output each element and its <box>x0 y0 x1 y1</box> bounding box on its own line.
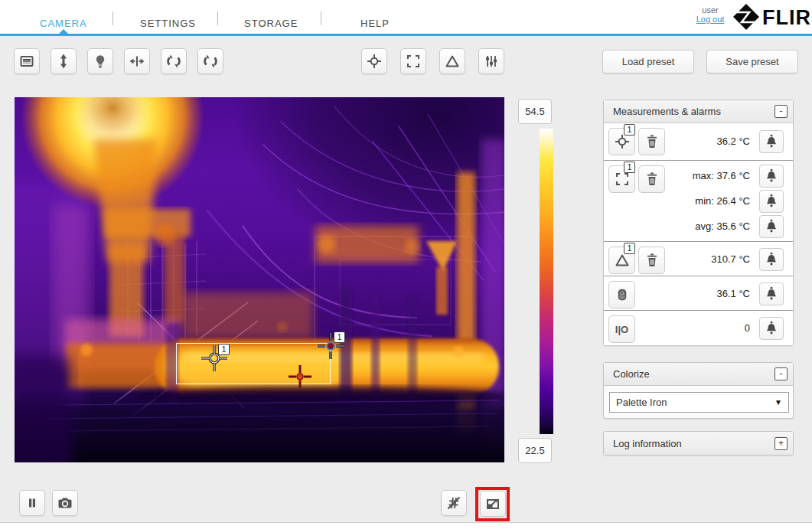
lamp-icon <box>91 52 109 70</box>
collapse-button[interactable]: - <box>774 367 788 380</box>
delta-marker-badge: 1 <box>334 331 345 343</box>
palette-select-value: Palette Iron <box>616 397 667 408</box>
horizontal-pan-icon <box>128 52 146 70</box>
sliders-icon <box>482 52 501 70</box>
box-avg-value: avg: 35.6 °C <box>695 220 750 232</box>
colorize-panel-title: Colorize <box>613 368 650 380</box>
alarm-bell-icon <box>762 132 781 151</box>
hide-overlay-icon <box>445 494 463 512</box>
delta-count-badge: 1 <box>624 243 635 254</box>
internal-temp-alarm-button[interactable] <box>759 282 784 305</box>
spot-marker-badge: 1 <box>218 344 230 355</box>
expand-button[interactable]: + <box>774 437 788 450</box>
trash-icon <box>643 132 661 151</box>
logout-link[interactable]: Log out <box>689 15 732 24</box>
snapshot-button[interactable] <box>52 490 78 516</box>
colorize-panel: Colorize - Palette Iron ▼ <box>603 362 794 419</box>
lamp-button[interactable] <box>87 48 113 74</box>
nav-item-camera[interactable]: CAMERA <box>40 18 87 29</box>
pause-stream-button[interactable] <box>19 490 45 516</box>
log-info-panel: Log information + <box>603 431 794 456</box>
thermal-viewport[interactable]: 1 1 <box>15 97 504 462</box>
horizontal-pan-button[interactable] <box>124 48 150 74</box>
internal-temp-button[interactable] <box>608 281 635 309</box>
internal-temp-value: 36.1 °C <box>716 288 750 299</box>
log-info-panel-header: Log information + <box>604 432 793 455</box>
colorize-panel-header: Colorize - <box>604 363 793 386</box>
box-min-alarm-button[interactable] <box>759 190 784 213</box>
digital-io-value: 0 <box>745 322 750 334</box>
alarm-bell-icon <box>762 285 781 303</box>
add-delta-button[interactable] <box>439 48 465 74</box>
alarm-bell-icon <box>762 167 781 185</box>
user-name-label: user <box>689 5 732 15</box>
add-spot-button[interactable] <box>361 48 387 74</box>
flir-logo-text: FLIR <box>762 6 810 29</box>
main-content: Load preset Save preset <box>0 36 812 523</box>
measurements-panel-header: Measurements & alarms - <box>604 100 793 123</box>
measurements-panel-title: Measurements & alarms <box>613 106 721 117</box>
palette-select[interactable]: Palette Iron ▼ <box>609 392 789 413</box>
digital-io-alarm-button[interactable] <box>759 317 784 340</box>
save-preset-button[interactable]: Save preset <box>706 50 798 73</box>
rotate-left-button[interactable] <box>161 48 187 74</box>
digital-io-row: I|O 0 <box>604 310 793 345</box>
scale-min-value[interactable]: 22.5 <box>518 438 552 463</box>
box-count-badge: 1 <box>624 162 635 173</box>
add-area-button[interactable] <box>400 48 426 74</box>
thermal-image <box>15 97 504 462</box>
nav-separator <box>321 11 321 25</box>
internal-temp-row: 36.1 °C <box>604 276 793 310</box>
nav-separator <box>217 11 218 25</box>
digital-io-button[interactable]: I|O <box>608 315 635 343</box>
delete-box-button[interactable] <box>638 165 665 193</box>
camera-internal-temp-icon <box>613 286 631 304</box>
measurements-panel: Measurements & alarms - 1 <box>603 100 794 346</box>
nav-separator <box>113 11 113 25</box>
trash-icon <box>643 170 661 188</box>
spot-alarm-button[interactable] <box>759 130 784 153</box>
vertical-adjust-button[interactable] <box>51 48 77 74</box>
flir-logo-icon: FLIR <box>733 2 810 34</box>
scale-max-value[interactable]: 54.5 <box>518 99 552 124</box>
nav-item-help[interactable]: HELP <box>360 18 390 29</box>
area-hot-spot-marker[interactable] <box>287 364 313 390</box>
user-block: user Log out <box>689 5 732 24</box>
digital-io-icon: I|O <box>615 324 628 335</box>
alarm-bell-icon <box>762 250 781 269</box>
palette-scale-bar <box>540 129 553 434</box>
spot-measurement-row: 1 36.2 °C <box>604 123 793 160</box>
alarm-bell-icon <box>762 217 781 236</box>
box-min-value: min: 26.4 °C <box>695 195 750 207</box>
nav-item-settings[interactable]: SETTINGS <box>140 18 196 29</box>
box-max-alarm-button[interactable] <box>759 165 784 188</box>
alarm-bell-icon <box>762 192 781 211</box>
alarm-bell-icon <box>762 319 781 338</box>
box-max-value: max: 37.6 °C <box>693 170 750 181</box>
advanced-settings-button[interactable] <box>478 48 504 74</box>
delta-alarm-button[interactable] <box>759 248 784 271</box>
rotate-right-button[interactable] <box>197 48 223 74</box>
rotate-icon <box>165 52 183 70</box>
delta-icon <box>443 52 461 70</box>
pause-icon <box>23 494 41 512</box>
rotate-icon <box>201 52 220 70</box>
delete-spot-button[interactable] <box>638 128 665 155</box>
hide-overlay-button[interactable] <box>441 490 467 516</box>
flir-camera-web-ui: CAMERA SETTINGS STORAGE HELP user Log ou… <box>0 0 812 529</box>
delete-delta-button[interactable] <box>638 247 665 274</box>
collapse-button[interactable]: - <box>774 105 788 118</box>
box-avg-alarm-button[interactable] <box>759 215 784 238</box>
spot-value: 36.2 °C <box>716 136 750 147</box>
vertical-adjust-icon <box>54 52 73 70</box>
trash-icon <box>643 251 661 269</box>
snapshot-icon <box>56 494 74 512</box>
highlight-annotation <box>475 487 510 521</box>
delta-value: 310.7 °C <box>711 253 750 265</box>
spot-meter-icon <box>365 52 383 70</box>
nav-item-storage[interactable]: STORAGE <box>244 18 298 29</box>
display-scale-button[interactable] <box>14 48 40 74</box>
delta-measurement-row: 1 310.7 °C <box>604 241 793 276</box>
load-preset-button[interactable]: Load preset <box>602 50 694 73</box>
top-nav: CAMERA SETTINGS STORAGE HELP user Log ou… <box>0 0 812 36</box>
